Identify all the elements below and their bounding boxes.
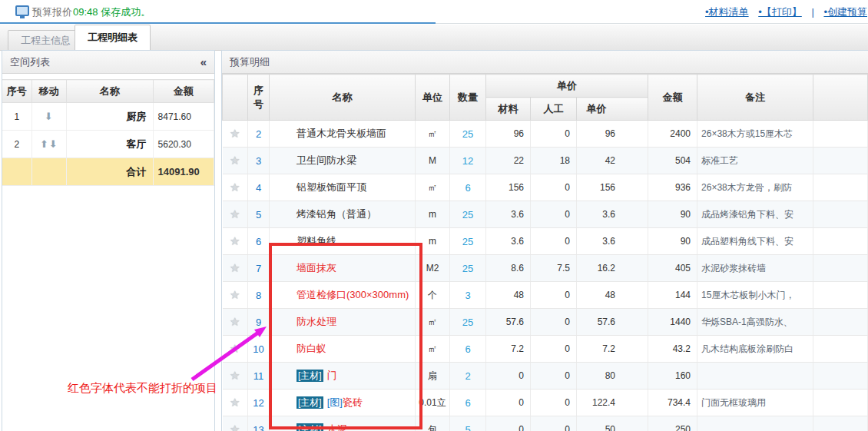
gray-divider [436, 23, 868, 24]
item-name-cell: 管道检修口(300×300mm) [270, 282, 416, 309]
item-amount: 936 [648, 174, 697, 201]
item-qty[interactable]: 6 [450, 390, 486, 416]
item-qty[interactable]: 12 [450, 148, 486, 174]
move-cell[interactable]: ⬇ [31, 103, 66, 131]
item-qty[interactable]: 25 [450, 309, 486, 336]
down-arrow-icon[interactable]: ⬇ [49, 138, 58, 150]
star-icon[interactable]: ★ [223, 201, 248, 228]
item-unit: 个 [416, 282, 450, 309]
star-icon[interactable]: ★ [223, 174, 248, 201]
space-amount: 5620.30 [153, 131, 214, 158]
item-qty[interactable]: 25 [450, 201, 486, 228]
item-note: 15厘木芯板制小木门， [697, 282, 813, 309]
star-icon[interactable]: ★ [223, 363, 248, 390]
main-material-badge: [主材] [297, 423, 323, 431]
print-link[interactable]: •【打印】 [758, 6, 802, 18]
item-no[interactable]: 11 [248, 363, 270, 390]
item-no[interactable]: 13 [248, 416, 270, 431]
detail-row[interactable]: ★8管道检修口(300×300mm)个34804814415厘木芯板制小木门， [223, 282, 868, 309]
item-unit: m [416, 201, 450, 228]
item-no[interactable]: 4 [248, 174, 270, 201]
item-no[interactable]: 12 [248, 390, 270, 416]
item-no[interactable]: 7 [248, 255, 270, 282]
detail-row[interactable]: ★2普通木龙骨夹板墙面㎡2596096240026×38木方或15厘木芯 [223, 121, 868, 148]
space-row[interactable]: 1⬇厨房8471.60 [2, 103, 214, 131]
item-labor-price: 0 [531, 121, 577, 148]
item-qty[interactable]: 5 [450, 416, 486, 431]
item-name-cell: 防水处理 [270, 309, 416, 336]
item-qty[interactable]: 6 [450, 174, 486, 201]
item-qty[interactable]: 2 [450, 363, 486, 390]
item-unit-price: 48 [577, 282, 648, 309]
star-icon[interactable]: ★ [223, 255, 248, 282]
item-name: 烤漆铝角（普通） [297, 208, 376, 220]
star-icon[interactable]: ★ [223, 282, 248, 309]
budget-detail-table: 序号 名称 单位 数量 单价 金额 备注 材料 人工 单价 ★2普通木龙骨夹板墙… [222, 74, 868, 431]
detail-row[interactable]: ★6塑料角线m253.603.690成品塑料角线下料、安 [223, 228, 868, 255]
create-budget-link[interactable]: •创建预算 [823, 6, 867, 18]
main-material-badge: [主材] [297, 396, 323, 409]
detail-row[interactable]: ★5烤漆铝角（普通）m253.603.690成品烤漆铝角下料、安 [223, 201, 868, 228]
item-no[interactable]: 3 [248, 148, 270, 174]
star-icon[interactable]: ★ [223, 390, 248, 416]
item-qty[interactable]: 6 [450, 336, 486, 363]
item-qty[interactable]: 25 [450, 121, 486, 148]
detail-row[interactable]: ★7墙面抹灰M2258.67.516.2405水泥砂浆抹砖墙 [223, 255, 868, 282]
star-icon[interactable]: ★ [223, 336, 248, 363]
col-header-material: 材料 [486, 98, 531, 121]
item-note: 水泥砂浆抹砖墙 [697, 255, 813, 282]
space-row[interactable]: 2⬆⬇客厅5620.30 [2, 131, 214, 158]
item-material-price: 96 [486, 121, 531, 148]
star-icon[interactable]: ★ [223, 228, 248, 255]
detail-row[interactable]: ★10防白蚁㎡67.207.243.2凡木结构底板涂刷防白 [223, 336, 868, 363]
space-list-title: 空间列表 [10, 56, 50, 68]
item-no[interactable]: 9 [248, 309, 270, 336]
detail-row[interactable]: ★13[主材]水泥包50050250 [223, 416, 868, 431]
item-note: 标准工艺 [697, 148, 813, 174]
star-icon[interactable]: ★ [223, 309, 248, 336]
item-unit-price: 122.4 [577, 390, 648, 416]
item-qty[interactable]: 25 [450, 228, 486, 255]
item-name-cell: [主材]门 [270, 363, 416, 390]
col-header-no: 序号 [248, 75, 270, 121]
star-icon[interactable]: ★ [223, 416, 248, 431]
item-qty[interactable]: 25 [450, 255, 486, 282]
detail-row[interactable]: ★12[主材][图]瓷砖0.01立600122.4734.4门面无框玻璃用 [223, 390, 868, 416]
tab-project-detail-sheet[interactable]: 工程明细表 [75, 25, 151, 50]
tabbar: 工程主信息 工程明细表 [0, 25, 868, 51]
detail-row[interactable]: ★11[主材]门扇20080160 [223, 363, 868, 390]
up-arrow-icon[interactable]: ⬆ [40, 138, 49, 150]
down-arrow-icon[interactable]: ⬇ [45, 111, 54, 122]
detail-row[interactable]: ★9防水处理㎡2557.6057.61440华烁SBA-1高强防水、 [223, 309, 868, 336]
space-list-header: 空间列表 « [2, 51, 214, 74]
detail-row[interactable]: ★4铝塑板饰面平顶㎡6156015693626×38木方龙骨，刷防 [223, 174, 868, 201]
tab-project-main-info[interactable]: 工程主信息 [8, 30, 84, 50]
item-unit-price: 3.6 [577, 201, 648, 228]
item-no[interactable]: 8 [248, 282, 270, 309]
item-no[interactable]: 2 [248, 121, 270, 148]
detail-row[interactable]: ★3卫生间防水梁M12221842504标准工艺 [223, 148, 868, 174]
budget-quote-window: 预算报价 09:48 保存成功。 •材料清单 •【打印】 | •创建预算 工程主… [0, 0, 868, 431]
item-no[interactable]: 6 [248, 228, 270, 255]
item-no[interactable]: 10 [248, 336, 270, 363]
star-icon[interactable]: ★ [223, 121, 248, 148]
item-unit-price: 3.6 [577, 228, 648, 255]
star-icon[interactable]: ★ [223, 148, 248, 174]
item-note: 成品塑料角线下料、安 [697, 228, 813, 255]
budget-detail-title: 预算明细 [230, 56, 270, 68]
item-name-cell: [主材][图]瓷砖 [270, 390, 416, 416]
item-no[interactable]: 5 [248, 201, 270, 228]
item-qty[interactable]: 3 [450, 282, 486, 309]
space-name: 厨房 [66, 103, 153, 131]
item-labor-price: 0 [531, 336, 577, 363]
item-unit-price: 50 [577, 416, 648, 431]
move-cell[interactable]: ⬆⬇ [31, 131, 66, 158]
item-labor-price: 0 [531, 363, 577, 390]
item-note [697, 363, 813, 390]
collapse-panel-icon[interactable]: « [200, 51, 207, 73]
material-list-link[interactable]: •材料清单 [705, 6, 749, 18]
item-material-price: 3.6 [486, 201, 531, 228]
red-font-annotation: 红色字体代表不能打折的项目 [68, 381, 217, 396]
item-unit-price: 42 [577, 148, 648, 174]
picture-link[interactable]: [图] [327, 396, 343, 408]
